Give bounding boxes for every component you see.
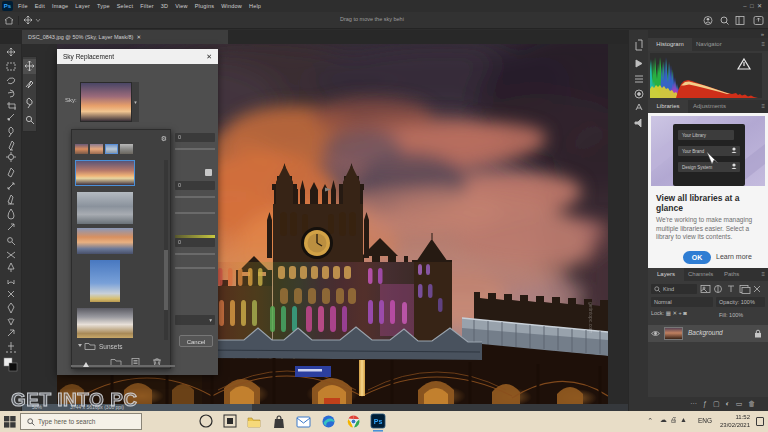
svg-text:Ps: Ps <box>374 418 383 425</box>
svg-text:getintopc.com: getintopc.com <box>588 302 594 333</box>
svg-text:Your Brand: Your Brand <box>682 149 705 154</box>
svg-text:Design System: Design System <box>682 165 713 170</box>
svg-text:Sunsets: Sunsets <box>99 343 123 350</box>
svg-text:Your Library: Your Library <box>682 133 707 138</box>
